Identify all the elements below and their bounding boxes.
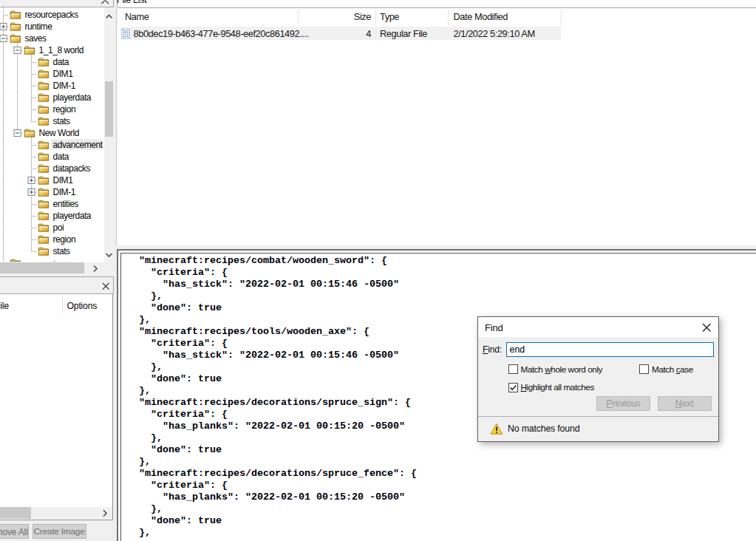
svg-text:datapacks: datapacks — [53, 163, 91, 174]
svg-text:screenshots: screenshots — [25, 259, 69, 262]
svg-text:data: data — [53, 152, 69, 162]
svg-text:entities: entities — [53, 199, 79, 209]
svg-text:playerdata: playerdata — [53, 92, 92, 103]
svg-text:playerdata: playerdata — [53, 211, 92, 221]
svg-text:DIM-1: DIM-1 — [53, 187, 76, 197]
svg-text:data: data — [53, 57, 69, 67]
svg-text:advancement: advancement — [53, 140, 103, 150]
svg-text:stats: stats — [53, 246, 71, 256]
svg-text:poi: poi — [53, 222, 64, 233]
svg-text:resourcepacks: resourcepacks — [25, 10, 79, 20]
svg-text:region: region — [53, 104, 76, 115]
svg-text:1_1_8 world: 1_1_8 world — [39, 45, 84, 55]
svg-text:DIM1: DIM1 — [53, 69, 74, 79]
svg-text:region: region — [53, 234, 76, 245]
svg-text:runtime: runtime — [25, 21, 53, 32]
svg-text:stats: stats — [53, 116, 71, 126]
svg-text:New World: New World — [39, 128, 79, 138]
svg-text:DIM1: DIM1 — [53, 175, 74, 186]
svg-text:saves: saves — [25, 33, 47, 44]
svg-text:DIM-1: DIM-1 — [53, 81, 76, 91]
